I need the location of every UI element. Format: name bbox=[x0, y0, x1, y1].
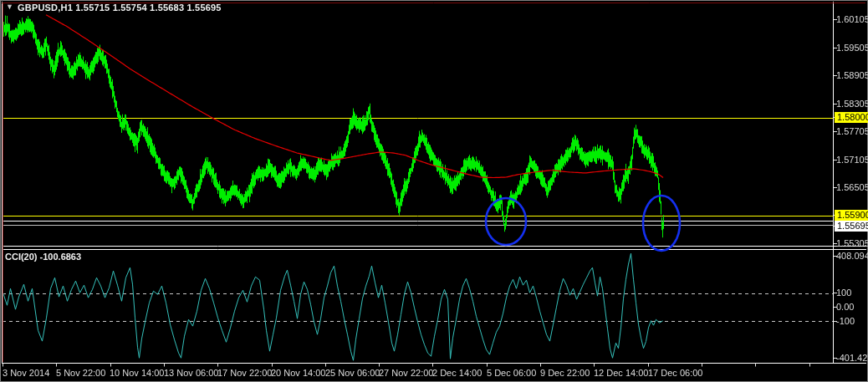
cci-axis-label: 100 bbox=[836, 288, 851, 298]
price-axis-label: 1.58305 bbox=[836, 99, 868, 109]
price-axis-label: 1.60105 bbox=[836, 14, 868, 24]
cci-axis-label: -401.4278 bbox=[836, 353, 868, 363]
time-axis-label: 17 Dec 06:00 bbox=[648, 368, 702, 378]
price-axis-label: 1.55305 bbox=[836, 238, 868, 248]
time-axis-label: 13 Nov 06:00 bbox=[164, 368, 218, 378]
price-level-badge: 1.58000 bbox=[835, 112, 868, 123]
symbol-dropdown-icon: ▼ bbox=[6, 3, 13, 11]
time-axis-label: 27 Nov 22:00 bbox=[379, 368, 433, 378]
chart-window: ▼ GBPUSD,H1 1.55715 1.55754 1.55683 1.55… bbox=[0, 0, 868, 382]
cci-axis-label: -100 bbox=[836, 316, 855, 326]
price-axis-label: 1.58905 bbox=[836, 70, 868, 80]
cci-axis-label: 0.00 bbox=[836, 302, 854, 312]
price-chart-canvas[interactable] bbox=[0, 0, 868, 382]
price-level-badge: 1.55900 bbox=[835, 210, 868, 221]
price-axis-label: 1.59505 bbox=[836, 43, 868, 53]
time-axis-label: 3 Nov 2014 bbox=[3, 368, 49, 378]
time-axis-label: 10 Nov 14:00 bbox=[110, 368, 164, 378]
price-axis-label: 1.57105 bbox=[836, 155, 868, 165]
cci-indicator-label: CCI(20) -100.6863 bbox=[5, 252, 81, 262]
price-level-badge: 1.55695 bbox=[835, 221, 868, 232]
cci-axis-label: 408.0943 bbox=[836, 251, 868, 261]
time-axis-label: 20 Nov 14:00 bbox=[271, 368, 325, 378]
time-axis-label: 5 Nov 22:00 bbox=[56, 368, 105, 378]
chart-title: GBPUSD,H1 1.55715 1.55754 1.55683 1.5569… bbox=[18, 3, 222, 13]
time-axis-label: 17 Nov 22:00 bbox=[217, 368, 272, 378]
time-axis-label: 5 Dec 06:00 bbox=[487, 368, 536, 378]
time-axis-label: 12 Dec 14:00 bbox=[594, 368, 648, 378]
time-axis-label: 25 Nov 06:00 bbox=[325, 368, 380, 378]
price-axis-label: 1.56505 bbox=[836, 182, 868, 192]
time-axis-label: 9 Dec 22:00 bbox=[540, 368, 590, 378]
time-axis-label: 2 Dec 14:00 bbox=[432, 368, 482, 378]
price-axis-label: 1.57705 bbox=[836, 126, 868, 136]
